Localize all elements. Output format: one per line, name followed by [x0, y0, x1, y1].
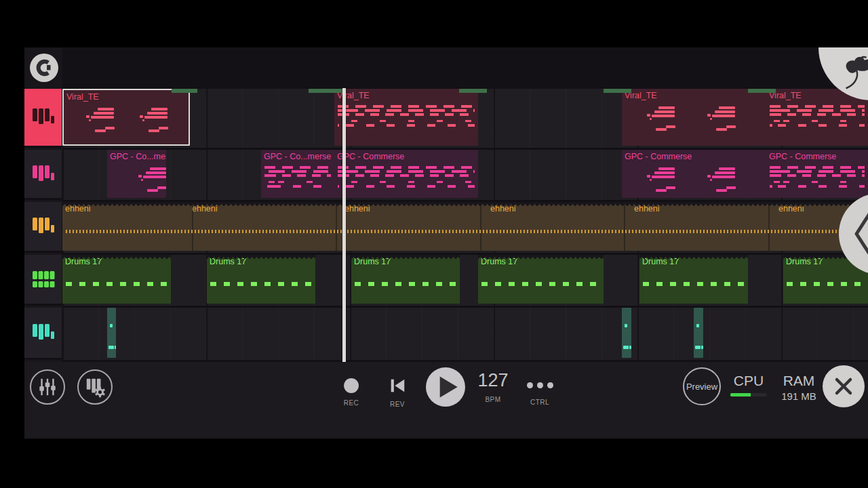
- loop-region-marker: [172, 89, 197, 93]
- clip-viral-te[interactable]: Viral_TE: [622, 89, 766, 146]
- midi-note-band: [770, 170, 865, 173]
- clip-viral-te[interactable]: Viral_TE: [62, 89, 190, 146]
- track-lane-ehheni[interactable]: ehheniehheniehheniehheniehheniehheni: [62, 202, 868, 255]
- mixer-icon: [37, 377, 58, 397]
- midi-note: [629, 346, 631, 349]
- midi-note: [656, 128, 667, 131]
- midi-note-band: [770, 109, 865, 112]
- rewind-button[interactable]: REV: [378, 377, 416, 408]
- midi-note: [712, 176, 735, 178]
- close-button[interactable]: [823, 365, 865, 407]
- clip-gpc[interactable]: GPC - Co...merse: [261, 150, 334, 198]
- waveform-dashes: [210, 282, 312, 286]
- midi-note-band: [264, 166, 331, 169]
- track-lane-viral-te[interactable]: Viral_TEViral_TEViral_TEViral_TE: [62, 89, 868, 150]
- sidebar-track-gpc[interactable]: [24, 150, 62, 200]
- midi-note: [716, 128, 727, 131]
- bpm-label: BPM: [485, 396, 500, 403]
- clip-teal[interactable]: [694, 308, 703, 358]
- waveform-dashes: [481, 282, 600, 286]
- midi-note: [150, 167, 166, 170]
- sidebar-track-ehheni[interactable]: [24, 202, 62, 253]
- midi-note: [647, 114, 650, 117]
- keys-gear-icon: [84, 376, 106, 398]
- midi-note: [86, 115, 90, 118]
- midi-note: [108, 346, 114, 349]
- midi-note: [625, 324, 627, 327]
- clip-zigzag-edge: [639, 255, 748, 259]
- midi-note: [719, 167, 735, 170]
- clip-drums-17[interactable]: Drums 17: [62, 255, 171, 304]
- midi-note-band: [770, 124, 865, 127]
- clip-zigzag-edge: [62, 255, 171, 259]
- preview-button[interactable]: Preview: [683, 367, 721, 405]
- clip-zigzag-edge: [62, 202, 868, 206]
- midi-note-band: [264, 185, 331, 188]
- playlist-lanes[interactable]: Viral_TEViral_TEViral_TEViral_TEGPC - Co…: [62, 47, 868, 362]
- cpu-load-bar: [730, 393, 767, 396]
- clip-drums-17[interactable]: Drums 17: [351, 255, 460, 304]
- midi-note: [110, 324, 113, 327]
- midi-note: [716, 189, 727, 192]
- midi-note-band: [338, 181, 475, 183]
- midi-note-band: [770, 174, 865, 177]
- clip-viral-te[interactable]: Viral_TE: [334, 89, 478, 146]
- rewind-icon: [388, 377, 407, 394]
- midi-note: [89, 119, 91, 121]
- sidebar-track-teal[interactable]: [24, 308, 62, 360]
- midi-note: [710, 118, 712, 120]
- playhead[interactable]: [342, 88, 346, 362]
- ctrl-button[interactable]: CTRL: [521, 378, 559, 406]
- drum-pads-icon: [32, 270, 55, 289]
- play-button[interactable]: [426, 367, 465, 407]
- midi-note: [147, 189, 158, 192]
- back-icon: [34, 58, 54, 78]
- bpm-control[interactable]: 127 BPM: [471, 371, 515, 403]
- clip-gpc[interactable]: GPC - Commerse: [766, 150, 868, 198]
- piano-icon: [31, 163, 56, 185]
- track-lane-drums-17[interactable]: Drums 17Drums 17Drums 17Drums 17Drums 17…: [62, 255, 868, 308]
- midi-note-band: [338, 113, 475, 116]
- cpu-load-fill: [730, 393, 751, 396]
- midi-note: [652, 176, 675, 178]
- midi-note: [157, 186, 166, 189]
- midi-note-band: [338, 170, 475, 173]
- clip-zigzag-edge: [478, 255, 604, 259]
- clip-gpc[interactable]: GPC - Co...merse: [107, 150, 166, 198]
- clip-teal[interactable]: [622, 308, 631, 358]
- clip-gpc[interactable]: GPC - Commerse: [622, 150, 766, 198]
- midi-note-band: [338, 109, 475, 112]
- track-lane-teal[interactable]: [62, 308, 868, 362]
- loop-region-marker: [604, 89, 631, 93]
- close-icon: [823, 365, 865, 407]
- channel-settings-button[interactable]: [77, 369, 113, 405]
- midi-note-band: [338, 124, 475, 127]
- record-button[interactable]: REC: [332, 378, 370, 407]
- midi-note: [696, 324, 699, 327]
- clip-drums-17[interactable]: Drums 17: [207, 255, 315, 304]
- ctrl-dots-icon: [527, 378, 553, 392]
- midi-note: [159, 127, 168, 129]
- sidebar-track-drums-17[interactable]: [24, 255, 62, 306]
- clip-drums-17[interactable]: Drums 17: [478, 255, 604, 304]
- midi-note: [707, 175, 711, 178]
- midi-note: [141, 179, 143, 181]
- clip-label: GPC - Co...merse: [264, 152, 331, 161]
- piano-icon: [31, 322, 56, 344]
- track-lane-gpc[interactable]: GPC - Co...merseGPC - Co...merseGPC - Co…: [62, 150, 868, 202]
- midi-note-band: [338, 185, 475, 188]
- clip-viral-te[interactable]: Viral_TE: [766, 89, 868, 146]
- back-button[interactable]: [30, 54, 58, 82]
- mixer-button[interactable]: [30, 369, 65, 405]
- sidebar-track-viral-te[interactable]: [24, 89, 62, 148]
- midi-note: [143, 176, 166, 178]
- clip-teal[interactable]: [107, 308, 116, 358]
- midi-note-band: [338, 105, 475, 108]
- clip-ehheni[interactable]: ehheniehheniehheniehheniehheniehheni: [62, 202, 868, 251]
- midi-note-band: [770, 181, 865, 183]
- midi-note: [115, 346, 116, 349]
- midi-note: [650, 118, 652, 120]
- midi-note-band: [264, 181, 331, 183]
- clip-gpc[interactable]: GPC - Commerse: [334, 150, 478, 198]
- clip-drums-17[interactable]: Drums 17: [639, 255, 748, 304]
